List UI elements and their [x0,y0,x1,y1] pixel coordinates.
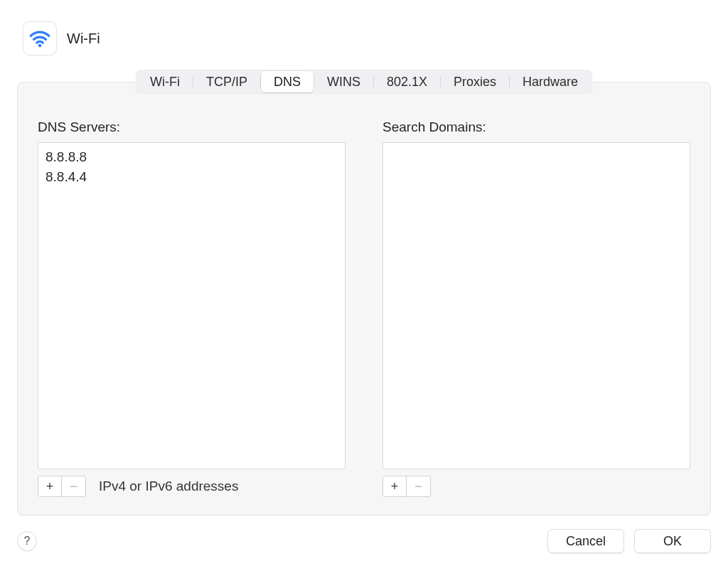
search-domains-controls: + − [382,475,690,498]
dns-servers-label: DNS Servers: [38,119,346,135]
ok-button[interactable]: OK [634,529,711,553]
tabbar: Wi-Fi TCP/IP DNS WINS 802.1X Proxies Har… [136,70,592,94]
search-domains-addremove: + − [382,476,431,497]
search-domains-column: Search Domains: + − [382,119,690,498]
dns-panel: DNS Servers: 8.8.8.8 8.8.4.4 + − IPv4 or… [17,82,711,516]
cancel-button[interactable]: Cancel [547,529,624,553]
dns-servers-controls: + − IPv4 or IPv6 addresses [38,475,346,498]
search-domains-listbox[interactable] [382,142,690,469]
search-domains-label: Search Domains: [382,119,690,135]
dns-servers-column: DNS Servers: 8.8.8.8 8.8.4.4 + − IPv4 or… [38,119,346,498]
dns-servers-listbox[interactable]: 8.8.8.8 8.8.4.4 [38,142,346,469]
dns-server-item[interactable]: 8.8.4.4 [46,167,338,187]
add-search-domain-button[interactable]: + [382,476,407,497]
svg-point-0 [38,44,42,48]
tab-wins[interactable]: WINS [314,71,373,92]
tab-tcpip[interactable]: TCP/IP [193,71,260,92]
add-dns-server-button[interactable]: + [38,476,62,497]
dns-hint-text: IPv4 or IPv6 addresses [99,479,238,494]
network-advanced-window: Wi-Fi Wi-Fi TCP/IP DNS WINS 802.1X Proxi… [0,0,728,566]
page-title: Wi-Fi [67,31,100,47]
tab-proxies[interactable]: Proxies [441,71,509,92]
help-button[interactable]: ? [17,531,37,551]
remove-search-domain-button[interactable]: − [407,476,431,497]
tabbar-wrap: Wi-Fi TCP/IP DNS WINS 802.1X Proxies Har… [17,70,711,516]
wifi-icon [23,21,57,55]
tab-dns[interactable]: DNS [261,71,314,92]
tab-8021x[interactable]: 802.1X [374,71,440,92]
dns-server-item[interactable]: 8.8.8.8 [46,147,338,167]
columns: DNS Servers: 8.8.8.8 8.8.4.4 + − IPv4 or… [38,119,690,498]
dns-servers-addremove: + − [38,476,86,497]
header: Wi-Fi [17,14,711,68]
tab-wifi[interactable]: Wi-Fi [137,71,193,92]
footer: ? Cancel OK [17,529,711,553]
remove-dns-server-button[interactable]: − [62,476,86,497]
tab-hardware[interactable]: Hardware [510,71,591,92]
